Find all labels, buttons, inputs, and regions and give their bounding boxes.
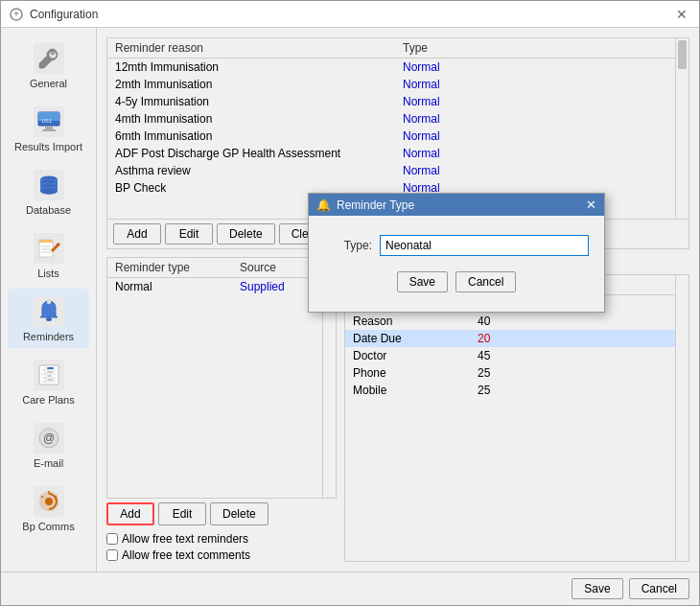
type-add-button[interactable]: Add	[106, 502, 154, 525]
table-row[interactable]: Doctor 45	[345, 347, 675, 364]
sidebar-item-reminders-label: Reminders	[23, 331, 74, 342]
sidebar-item-database[interactable]: Database	[8, 162, 89, 221]
free-text-comments-checkbox[interactable]	[106, 549, 118, 561]
reminder-reason-cell: 12mth Immunisation	[115, 60, 403, 74]
wrench-icon	[32, 41, 66, 76]
window-title: Configuration	[30, 8, 672, 21]
table-row[interactable]: Mobile 25	[345, 382, 675, 399]
monitor-icon: 1011	[32, 105, 66, 139]
reminder-reason-cell: ADF Post Discharge GP Health Assessment	[115, 147, 403, 160]
scrollbar-thumb	[678, 40, 687, 69]
reminder-type-cell: Normal	[403, 147, 440, 160]
free-text-comments-row: Allow free text comments	[106, 548, 337, 562]
reminder-type-panel: Reminder type Source Normal Supplied	[106, 257, 337, 499]
svg-rect-32	[47, 371, 54, 373]
table-row[interactable]: Reason 40	[345, 313, 675, 330]
reminder-type-cell: Normal	[403, 164, 440, 177]
type-cell: Normal	[115, 280, 240, 293]
type-delete-button[interactable]: Delete	[210, 502, 268, 525]
care-plans-icon	[32, 358, 66, 392]
sidebar-item-bp-comms[interactable]: Bp Comms	[8, 478, 89, 538]
field-name-cell: Date Due	[353, 332, 478, 345]
reminder-type-col-header: Reminder type	[115, 261, 240, 274]
table-row[interactable]: 2mth Immunisation Normal	[107, 76, 675, 93]
reminder-reason-cell: 2mth Immunisation	[115, 78, 403, 91]
sidebar-item-general-label: General	[30, 78, 67, 89]
config-icon	[9, 7, 24, 22]
reminder-source-col-header: Source	[240, 261, 276, 274]
bp-comms-icon	[32, 484, 66, 519]
field-size-cell: 25	[478, 384, 490, 397]
free-text-comments-label: Allow free text comments	[122, 548, 250, 562]
field-size-cell: 40	[478, 315, 490, 328]
table-row[interactable]: 4mth Immunisation Normal	[107, 110, 675, 128]
reminder-reason-cell: 6mth Immunisation	[115, 129, 403, 143]
sidebar-item-email[interactable]: @ E-mail	[8, 415, 89, 475]
reminder-reason-header: Reminder reason	[115, 41, 403, 55]
type-action-buttons: Add Edit Delete	[106, 499, 337, 529]
reminder-edit-button[interactable]: Edit	[165, 223, 213, 245]
field-size-cell: 25	[478, 366, 490, 380]
field-name-cell: Phone	[353, 366, 478, 380]
sidebar-item-lists[interactable]: Lists	[8, 225, 89, 285]
table-row[interactable]: ADF Post Discharge GP Health Assessment …	[107, 145, 675, 162]
field-name-cell: Doctor	[353, 349, 478, 362]
reminder-type-cell: Normal	[403, 60, 440, 74]
table-row[interactable]: 4-5y Immunisation Normal	[107, 93, 675, 110]
fields-content: Name Size (mm) Name 50 Reason 40	[345, 275, 675, 561]
reminder-list-rows: 12mth Immunisation Normal 2mth Immunisat…	[107, 58, 675, 197]
sidebar-item-results-import[interactable]: 1011 Results Import	[8, 99, 89, 158]
table-row[interactable]: Asthma review Normal	[107, 162, 675, 179]
window-close-button[interactable]: ✕	[672, 7, 691, 22]
database-icon	[32, 168, 66, 202]
svg-rect-33	[47, 375, 52, 377]
reminder-add-button[interactable]: Add	[113, 223, 161, 245]
reminder-delete-button[interactable]: Delete	[217, 223, 275, 245]
dialog-type-input[interactable]	[380, 235, 589, 256]
dialog-type-label: Type:	[324, 239, 372, 252]
svg-text:@: @	[43, 431, 55, 445]
bell-icon	[32, 294, 66, 329]
sidebar-item-email-label: E-mail	[34, 457, 63, 469]
table-row[interactable]: 12mth Immunisation Normal	[107, 58, 675, 76]
dialog-save-button[interactable]: Save	[397, 271, 448, 292]
reminder-type-cell: Normal	[403, 95, 440, 108]
svg-point-22	[46, 317, 52, 321]
field-size-cell: 45	[478, 349, 490, 362]
svg-text:1011: 1011	[41, 118, 52, 124]
reminder-type-content: Reminder type Source Normal Supplied	[107, 258, 322, 498]
reminder-reason-cell: 4-5y Immunisation	[115, 95, 403, 108]
reminder-list-content: Reminder reason Type 12mth Immunisation …	[107, 38, 675, 219]
dialog-close-button[interactable]: ✕	[586, 198, 596, 212]
reminder-type-section: Reminder type Source Normal Supplied	[106, 257, 337, 562]
fields-list-scrollbar[interactable]	[675, 275, 688, 561]
lists-icon	[32, 231, 66, 266]
sidebar-item-general[interactable]: General	[8, 35, 89, 95]
free-text-reminders-checkbox[interactable]	[106, 533, 118, 545]
title-bar: Configuration ✕	[1, 1, 699, 28]
dialog-body: Type: Save Cancel	[309, 216, 604, 312]
reminder-list-scrollbar[interactable]	[675, 38, 688, 219]
sidebar-item-care-plans[interactable]: Care Plans	[8, 352, 89, 411]
reminder-type-cell: Normal	[403, 78, 440, 91]
table-row[interactable]: Date Due 20	[345, 330, 675, 347]
dialog-title: Reminder Type	[337, 198, 586, 212]
cancel-button[interactable]: Cancel	[629, 578, 689, 599]
svg-rect-6	[45, 127, 53, 129]
sidebar-item-reminders[interactable]: Reminders	[8, 289, 89, 348]
table-row[interactable]: Normal Supplied	[107, 278, 322, 295]
table-row[interactable]: Phone 25	[345, 364, 675, 382]
free-text-reminders-label: Allow free text reminders	[122, 532, 248, 546]
save-button[interactable]: Save	[572, 578, 622, 599]
field-size-cell: 20	[478, 332, 490, 345]
reminder-reason-cell: 4mth Immunisation	[115, 112, 403, 126]
dialog-title-icon: 🔔	[316, 198, 331, 212]
dialog-cancel-button[interactable]: Cancel	[455, 271, 516, 292]
svg-rect-34	[47, 379, 54, 381]
table-row[interactable]: 6mth Immunisation Normal	[107, 128, 675, 145]
bottom-bar: Save Cancel	[1, 571, 699, 605]
reminder-type-list-header: Reminder type Source	[107, 258, 322, 278]
reminder-type-cell: Normal	[403, 129, 440, 143]
type-edit-button[interactable]: Edit	[158, 502, 206, 525]
svg-rect-16	[39, 240, 53, 243]
